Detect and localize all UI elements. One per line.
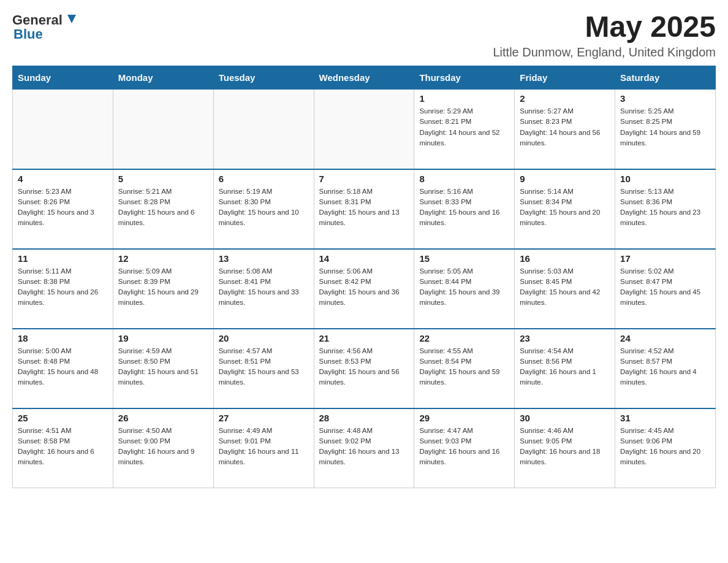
calendar-cell: 31Sunrise: 4:45 AMSunset: 9:06 PMDayligh…: [615, 408, 716, 488]
day-info: Sunrise: 5:27 AMSunset: 8:23 PMDaylight:…: [520, 106, 610, 148]
day-info: Sunrise: 5:08 AMSunset: 8:41 PMDaylight:…: [219, 266, 309, 308]
calendar-table: SundayMondayTuesdayWednesdayThursdayFrid…: [12, 66, 716, 488]
day-number: 6: [219, 174, 309, 184]
day-info: Sunrise: 5:21 AMSunset: 8:28 PMDaylight:…: [118, 186, 208, 229]
day-info: Sunrise: 5:16 AMSunset: 8:33 PMDaylight:…: [419, 186, 509, 229]
weekday-header-saturday: Saturday: [615, 66, 716, 90]
header-right: May 2025 Little Dunmow, England, United …: [493, 12, 716, 59]
day-number: 31: [620, 413, 710, 423]
day-number: 2: [520, 93, 610, 104]
day-number: 29: [419, 413, 509, 423]
day-info: Sunrise: 5:25 AMSunset: 8:25 PMDaylight:…: [620, 106, 710, 148]
logo: General Blue: [12, 12, 78, 41]
calendar-cell: 25Sunrise: 4:51 AMSunset: 8:58 PMDayligh…: [13, 408, 113, 488]
calendar-cell: 13Sunrise: 5:08 AMSunset: 8:41 PMDayligh…: [213, 249, 314, 329]
calendar-cell: [113, 90, 213, 169]
day-number: 28: [319, 413, 409, 423]
day-info: Sunrise: 5:19 AMSunset: 8:30 PMDaylight:…: [219, 186, 309, 229]
weekday-header-friday: Friday: [515, 66, 615, 90]
calendar-cell: 26Sunrise: 4:50 AMSunset: 9:00 PMDayligh…: [113, 408, 213, 488]
calendar-header-row: SundayMondayTuesdayWednesdayThursdayFrid…: [13, 66, 716, 90]
calendar-cell: 16Sunrise: 5:03 AMSunset: 8:45 PMDayligh…: [515, 249, 615, 329]
day-info: Sunrise: 4:50 AMSunset: 9:00 PMDaylight:…: [118, 426, 208, 468]
day-info: Sunrise: 4:54 AMSunset: 8:56 PMDaylight:…: [520, 346, 610, 388]
day-number: 26: [118, 413, 208, 423]
day-number: 21: [319, 333, 409, 343]
day-number: 8: [419, 174, 509, 184]
calendar-cell: 23Sunrise: 4:54 AMSunset: 8:56 PMDayligh…: [515, 329, 615, 408]
calendar-cell: 19Sunrise: 4:59 AMSunset: 8:50 PMDayligh…: [113, 329, 213, 408]
day-number: 25: [18, 413, 108, 423]
calendar-cell: 17Sunrise: 5:02 AMSunset: 8:47 PMDayligh…: [615, 249, 716, 329]
weekday-header-thursday: Thursday: [414, 66, 515, 90]
calendar-cell: 4Sunrise: 5:23 AMSunset: 8:26 PMDaylight…: [13, 169, 113, 249]
calendar-cell: 7Sunrise: 5:18 AMSunset: 8:31 PMDaylight…: [314, 169, 414, 249]
day-info: Sunrise: 5:11 AMSunset: 8:38 PMDaylight:…: [18, 266, 108, 308]
day-number: 19: [118, 333, 208, 343]
calendar-cell: 14Sunrise: 5:06 AMSunset: 8:42 PMDayligh…: [314, 249, 414, 329]
logo-blue: Blue: [13, 26, 43, 42]
logo-icon: [65, 12, 78, 26]
day-number: 5: [118, 174, 208, 184]
day-number: 1: [419, 93, 509, 104]
weekday-header-monday: Monday: [113, 66, 213, 90]
calendar-week-row: 11Sunrise: 5:11 AMSunset: 8:38 PMDayligh…: [13, 249, 716, 329]
weekday-header-sunday: Sunday: [13, 66, 113, 90]
day-number: 11: [18, 253, 108, 264]
calendar-cell: 21Sunrise: 4:56 AMSunset: 8:53 PMDayligh…: [314, 329, 414, 408]
day-info: Sunrise: 4:47 AMSunset: 9:03 PMDaylight:…: [419, 426, 509, 468]
day-info: Sunrise: 5:06 AMSunset: 8:42 PMDaylight:…: [319, 266, 409, 308]
calendar-cell: 20Sunrise: 4:57 AMSunset: 8:51 PMDayligh…: [213, 329, 314, 408]
month-title: May 2025: [493, 12, 716, 42]
day-number: 15: [419, 253, 509, 264]
day-info: Sunrise: 4:52 AMSunset: 8:57 PMDaylight:…: [620, 346, 710, 388]
day-info: Sunrise: 4:45 AMSunset: 9:06 PMDaylight:…: [620, 426, 710, 468]
weekday-header-tuesday: Tuesday: [213, 66, 314, 90]
calendar-week-row: 25Sunrise: 4:51 AMSunset: 8:58 PMDayligh…: [13, 408, 716, 488]
calendar-cell: 12Sunrise: 5:09 AMSunset: 8:39 PMDayligh…: [113, 249, 213, 329]
calendar-cell: 22Sunrise: 4:55 AMSunset: 8:54 PMDayligh…: [414, 329, 515, 408]
day-number: 7: [319, 174, 409, 184]
day-info: Sunrise: 4:57 AMSunset: 8:51 PMDaylight:…: [219, 346, 309, 388]
day-number: 24: [620, 333, 710, 343]
day-info: Sunrise: 4:55 AMSunset: 8:54 PMDaylight:…: [419, 346, 509, 388]
day-info: Sunrise: 5:00 AMSunset: 8:48 PMDaylight:…: [18, 346, 108, 388]
weekday-header-wednesday: Wednesday: [314, 66, 414, 90]
calendar-cell: 15Sunrise: 5:05 AMSunset: 8:44 PMDayligh…: [414, 249, 515, 329]
calendar-cell: 5Sunrise: 5:21 AMSunset: 8:28 PMDaylight…: [113, 169, 213, 249]
calendar-cell: 10Sunrise: 5:13 AMSunset: 8:36 PMDayligh…: [615, 169, 716, 249]
day-info: Sunrise: 5:09 AMSunset: 8:39 PMDaylight:…: [118, 266, 208, 308]
day-number: 16: [520, 253, 610, 264]
day-number: 12: [118, 253, 208, 264]
calendar-cell: 18Sunrise: 5:00 AMSunset: 8:48 PMDayligh…: [13, 329, 113, 408]
calendar-cell: 28Sunrise: 4:48 AMSunset: 9:02 PMDayligh…: [314, 408, 414, 488]
calendar-cell: 11Sunrise: 5:11 AMSunset: 8:38 PMDayligh…: [13, 249, 113, 329]
calendar-cell: 3Sunrise: 5:25 AMSunset: 8:25 PMDaylight…: [615, 90, 716, 169]
day-info: Sunrise: 5:13 AMSunset: 8:36 PMDaylight:…: [620, 186, 710, 229]
day-number: 30: [520, 413, 610, 423]
calendar-cell: 27Sunrise: 4:49 AMSunset: 9:01 PMDayligh…: [213, 408, 314, 488]
day-info: Sunrise: 5:05 AMSunset: 8:44 PMDaylight:…: [419, 266, 509, 308]
day-info: Sunrise: 4:49 AMSunset: 9:01 PMDaylight:…: [219, 426, 309, 468]
calendar-cell: 2Sunrise: 5:27 AMSunset: 8:23 PMDaylight…: [515, 90, 615, 169]
calendar-cell: [13, 90, 113, 169]
day-info: Sunrise: 4:56 AMSunset: 8:53 PMDaylight:…: [319, 346, 409, 388]
day-info: Sunrise: 4:46 AMSunset: 9:05 PMDaylight:…: [520, 426, 610, 468]
calendar-cell: 30Sunrise: 4:46 AMSunset: 9:05 PMDayligh…: [515, 408, 615, 488]
calendar-cell: 6Sunrise: 5:19 AMSunset: 8:30 PMDaylight…: [213, 169, 314, 249]
calendar-cell: [314, 90, 414, 169]
day-number: 17: [620, 253, 710, 264]
day-number: 20: [219, 333, 309, 343]
location: Little Dunmow, England, United Kingdom: [493, 45, 716, 59]
calendar-cell: 24Sunrise: 4:52 AMSunset: 8:57 PMDayligh…: [615, 329, 716, 408]
day-info: Sunrise: 4:59 AMSunset: 8:50 PMDaylight:…: [118, 346, 208, 388]
day-number: 22: [419, 333, 509, 343]
day-number: 27: [219, 413, 309, 423]
day-number: 14: [319, 253, 409, 264]
day-number: 13: [219, 253, 309, 264]
day-number: 3: [620, 93, 710, 104]
day-info: Sunrise: 5:02 AMSunset: 8:47 PMDaylight:…: [620, 266, 710, 308]
page-header: General Blue May 2025 Little Dunmow, Eng…: [12, 12, 716, 59]
day-info: Sunrise: 5:29 AMSunset: 8:21 PMDaylight:…: [419, 106, 509, 148]
calendar-cell: 9Sunrise: 5:14 AMSunset: 8:34 PMDaylight…: [515, 169, 615, 249]
